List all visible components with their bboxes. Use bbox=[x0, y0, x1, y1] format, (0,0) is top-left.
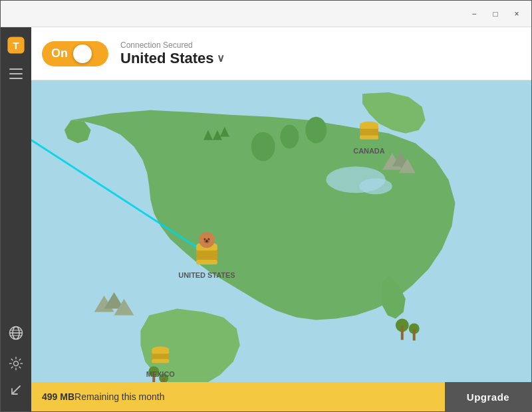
mexico-marker bbox=[152, 346, 169, 363]
svg-point-19 bbox=[359, 178, 392, 194]
connection-location[interactable]: United States ∨ bbox=[120, 50, 225, 67]
svg-rect-33 bbox=[413, 329, 416, 341]
svg-rect-3 bbox=[9, 73, 23, 74]
canada-marker bbox=[360, 122, 378, 140]
svg-point-10 bbox=[14, 361, 19, 366]
svg-point-12 bbox=[251, 132, 275, 161]
svg-rect-4 bbox=[9, 78, 23, 79]
svg-rect-41 bbox=[196, 260, 217, 264]
bandwidth-info: 499 MB Remaining this month bbox=[31, 382, 445, 411]
titlebar-controls: − □ × bbox=[465, 5, 526, 23]
bandwidth-suffix: Remaining this month bbox=[74, 391, 164, 402]
titlebar: − □ × bbox=[1, 1, 531, 27]
bottom-bar: 499 MB Remaining this month Upgrade bbox=[31, 382, 531, 411]
location-chevron: ∨ bbox=[217, 52, 225, 64]
globe-button[interactable] bbox=[3, 320, 29, 346]
connection-status: Connection Secured bbox=[120, 41, 225, 50]
sidebar: T bbox=[1, 27, 31, 411]
header-bar: On Connection Secured United States ∨ bbox=[31, 27, 531, 80]
mexico-label: MEXICO bbox=[146, 370, 176, 378]
svg-rect-2 bbox=[9, 68, 23, 70]
svg-rect-37 bbox=[360, 136, 378, 140]
app-window: − □ × T bbox=[0, 0, 532, 412]
us-label: UNITED STATES bbox=[178, 271, 235, 279]
map-area: CANADA bbox=[31, 80, 531, 411]
svg-point-14 bbox=[305, 117, 327, 144]
menu-button[interactable] bbox=[3, 62, 29, 86]
canada-label: CANADA bbox=[353, 147, 384, 155]
svg-point-38 bbox=[360, 122, 378, 128]
bandwidth-amount: 499 MB bbox=[42, 391, 74, 402]
svg-rect-31 bbox=[401, 326, 404, 340]
connection-info: Connection Secured United States ∨ bbox=[120, 41, 225, 67]
svg-point-53 bbox=[152, 346, 169, 353]
upgrade-button[interactable]: Upgrade bbox=[445, 382, 531, 411]
close-button[interactable]: × bbox=[507, 5, 526, 23]
location-name: United States bbox=[120, 50, 214, 67]
vpn-toggle[interactable]: On bbox=[42, 41, 108, 66]
toggle-label: On bbox=[51, 47, 68, 60]
right-pane: On Connection Secured United States ∨ bbox=[31, 27, 531, 411]
minimize-button[interactable]: − bbox=[465, 5, 483, 23]
svg-rect-52 bbox=[152, 359, 169, 363]
world-map: CANADA bbox=[31, 80, 531, 411]
settings-button[interactable] bbox=[3, 350, 29, 377]
main-layout: T bbox=[1, 27, 531, 411]
collapse-button[interactable] bbox=[3, 378, 29, 402]
svg-point-13 bbox=[281, 125, 299, 149]
app-logo: T bbox=[3, 33, 29, 58]
maximize-button[interactable]: □ bbox=[486, 5, 505, 23]
svg-point-49 bbox=[205, 241, 207, 243]
svg-text:T: T bbox=[13, 40, 19, 51]
toggle-knob bbox=[73, 45, 92, 63]
